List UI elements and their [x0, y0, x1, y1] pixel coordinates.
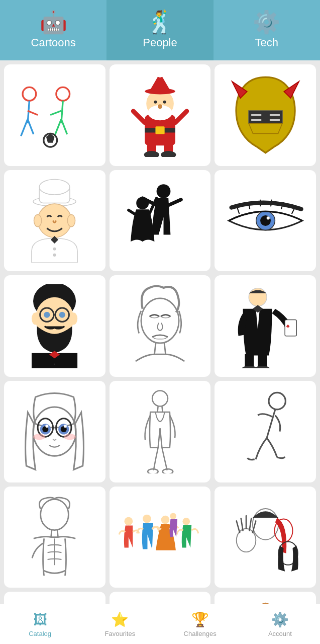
grid-item-7[interactable]: [4, 275, 105, 377]
svg-point-97: [148, 469, 158, 473]
tab-cartoons[interactable]: 🤖 Cartoons: [0, 0, 106, 60]
svg-point-42: [53, 254, 56, 257]
svg-point-71: [141, 298, 179, 343]
grid-item-11[interactable]: [110, 381, 211, 482]
favourites-icon: ⭐: [111, 611, 129, 628]
svg-line-45: [168, 200, 181, 205]
svg-point-81: [242, 366, 257, 368]
grid-item-9[interactable]: ♠: [215, 275, 316, 377]
svg-point-26: [144, 151, 159, 157]
svg-point-66: [70, 312, 77, 325]
grid-item-1[interactable]: [4, 64, 105, 166]
cartoons-icon: 🤖: [40, 11, 67, 33]
svg-text:♠: ♠: [286, 322, 289, 330]
grid-item-6[interactable]: [215, 170, 316, 272]
svg-point-104: [124, 517, 133, 526]
svg-line-22: [133, 111, 145, 123]
svg-line-7: [55, 119, 61, 136]
grid-item-8[interactable]: [110, 275, 211, 377]
grid-item-13[interactable]: [4, 487, 105, 588]
svg-line-73: [164, 342, 166, 354]
svg-point-93: [64, 434, 76, 440]
svg-point-98: [163, 469, 173, 473]
svg-point-20: [163, 101, 166, 104]
svg-point-100: [41, 499, 69, 530]
svg-line-8: [61, 119, 67, 134]
svg-point-64: [59, 311, 65, 317]
grid-item-4[interactable]: [4, 170, 105, 272]
svg-rect-13: [155, 127, 164, 134]
grid-item-10[interactable]: [4, 381, 105, 482]
challenges-icon: 🏆: [191, 611, 209, 628]
svg-point-51: [266, 216, 269, 219]
svg-point-38: [34, 214, 42, 226]
svg-line-52: [237, 207, 239, 214]
tab-bar: 🤖 Cartoons 🕺 People ⚙️ Tech: [0, 0, 320, 60]
svg-line-96: [162, 407, 162, 413]
grid-item-15[interactable]: [215, 487, 316, 588]
tab-people[interactable]: 🕺 People: [106, 0, 213, 60]
svg-point-5: [56, 88, 70, 101]
svg-line-102: [57, 530, 58, 537]
svg-line-72: [154, 342, 156, 354]
svg-line-23: [175, 111, 187, 123]
svg-point-21: [158, 105, 162, 109]
svg-point-107: [182, 518, 190, 525]
svg-point-91: [64, 425, 67, 428]
tech-icon: ⚙️: [253, 11, 280, 33]
nav-catalog-label: Catalog: [29, 630, 51, 637]
svg-point-106: [161, 516, 170, 524]
people-icon: 🕺: [146, 11, 174, 33]
image-grid: ♠: [0, 60, 320, 644]
nav-account-label: Account: [268, 630, 292, 637]
svg-line-2: [21, 119, 28, 136]
grid-item-5[interactable]: [110, 170, 211, 272]
nav-favourites-label: Favourites: [105, 630, 136, 637]
nav-challenges-label: Challenges: [184, 630, 217, 637]
tab-cartoons-label: Cartoons: [31, 36, 76, 49]
svg-point-43: [157, 184, 171, 198]
svg-line-3: [28, 119, 34, 134]
grid-item-14[interactable]: [110, 487, 211, 588]
catalog-icon: 🖼: [33, 611, 47, 628]
tab-tech[interactable]: ⚙️ Tech: [214, 0, 320, 60]
bottom-navigation: 🖼 Catalog ⭐ Favourites 🏆 Challenges ⚙️ A…: [0, 604, 320, 644]
svg-point-90: [46, 425, 49, 428]
svg-point-27: [161, 151, 176, 157]
svg-point-41: [53, 248, 56, 251]
svg-line-47: [129, 210, 136, 215]
svg-point-39: [68, 214, 75, 226]
tab-people-label: People: [143, 36, 177, 49]
svg-point-83: [33, 407, 76, 456]
svg-point-0: [23, 88, 36, 101]
nav-favourites[interactable]: ⭐ Favourites: [80, 604, 160, 644]
grid-item-3[interactable]: [215, 64, 316, 166]
grid-item-12[interactable]: [215, 381, 316, 482]
svg-point-99: [269, 393, 285, 410]
nav-account[interactable]: ⚙️ Account: [240, 604, 320, 644]
nav-challenges[interactable]: 🏆 Challenges: [160, 604, 240, 644]
tab-tech-label: Tech: [255, 36, 278, 49]
svg-point-63: [44, 311, 50, 317]
svg-point-108: [170, 513, 176, 519]
grid-item-2[interactable]: [110, 64, 211, 166]
nav-catalog[interactable]: 🖼 Catalog: [0, 604, 80, 644]
account-icon: ⚙️: [271, 611, 289, 628]
svg-point-92: [33, 434, 45, 440]
svg-point-19: [154, 101, 157, 104]
svg-point-82: [254, 366, 270, 368]
svg-line-95: [157, 407, 158, 413]
svg-point-36: [39, 179, 70, 194]
svg-line-101: [51, 530, 52, 537]
svg-point-94: [152, 391, 168, 407]
svg-point-46: [136, 197, 149, 209]
svg-point-37: [38, 204, 71, 237]
svg-line-9: [50, 111, 61, 115]
svg-point-65: [32, 312, 39, 325]
svg-point-105: [143, 515, 151, 523]
